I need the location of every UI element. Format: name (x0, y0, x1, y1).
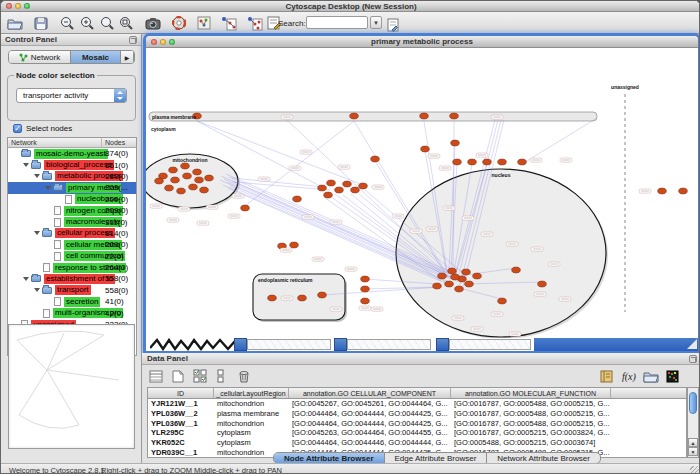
table-cell[interactable]: mitochondrion (214, 419, 289, 429)
graph-node[interactable] (433, 283, 442, 289)
attribute-batch-clear-icon[interactable] (212, 367, 231, 385)
graph-node[interactable] (512, 267, 521, 273)
graph-node[interactable] (658, 188, 667, 194)
attribute-new-icon[interactable] (168, 367, 187, 385)
table-cell[interactable]: cytoplasm (214, 438, 289, 448)
expand-arrow-icon[interactable] (34, 231, 40, 235)
tree-item-secretion[interactable]: secretion41(0) (8, 296, 136, 307)
column-header[interactable]: annotation.GO MOLECULAR_FUNCTION (451, 388, 611, 398)
graph-node[interactable] (169, 167, 178, 173)
column-header[interactable]: ID (148, 388, 214, 398)
graph-node[interactable] (293, 196, 302, 202)
graph-node[interactable] (200, 187, 209, 193)
table-cell[interactable]: [GO:0044464, GO:0044446, GO:0044444, G..… (289, 438, 451, 448)
combobox-stepper-icon[interactable] (114, 89, 126, 102)
minimized-window-1-thumb[interactable] (247, 339, 331, 350)
graph-node[interactable] (359, 183, 368, 189)
tab-edge-attribute-browser[interactable]: Edge Attribute Browser (385, 453, 488, 463)
graph-node[interactable] (195, 177, 204, 183)
table-cell[interactable]: YJR121W__1 (148, 399, 214, 409)
table-cell[interactable]: YKR052C (148, 438, 214, 448)
app-resize-grip[interactable] (690, 466, 700, 474)
zoom-out-icon[interactable] (58, 14, 77, 32)
graph-node[interactable] (361, 298, 370, 304)
birdseye-icon[interactable] (194, 14, 213, 32)
graph-node[interactable] (473, 273, 482, 279)
graph-node[interactable] (498, 159, 507, 165)
save-session-icon[interactable] (31, 14, 50, 32)
matrix-icon[interactable] (663, 367, 682, 385)
function-builder-icon[interactable]: f(x) (619, 367, 638, 385)
graph-node[interactable] (483, 159, 492, 165)
network-canvas[interactable]: plasma membranecytoplasmmitochondrionnuc… (146, 48, 698, 338)
table-cell[interactable]: [GO:0016787, GO:0005488, GO:0005215, G..… (451, 409, 611, 419)
graph-node[interactable] (350, 113, 359, 119)
table-cell[interactable]: [GO:0044464, GO:0044444, GO:0044425, G..… (289, 409, 451, 419)
import-attributes-icon[interactable] (641, 367, 660, 385)
scrollbar-thumb[interactable] (689, 392, 697, 414)
table-cell[interactable]: [GO:0016787, GO:0005488, GO:0005215, G..… (451, 419, 611, 429)
graph-node[interactable] (335, 187, 344, 193)
table-cell[interactable]: YDR039C__1 (148, 448, 214, 458)
graph-node[interactable] (298, 295, 307, 301)
graph-node[interactable] (450, 113, 459, 119)
graph-node[interactable] (421, 146, 430, 152)
graph-node[interactable] (324, 192, 333, 198)
graph-node[interactable] (361, 286, 370, 292)
expand-arrow-icon[interactable] (34, 174, 40, 178)
tree-item-cell-communicat[interactable]: cell communicat22(0) (8, 251, 136, 262)
attribute-delete-icon[interactable] (234, 367, 253, 385)
graph-node[interactable] (268, 295, 277, 301)
compartment-plasma-membrane[interactable] (149, 112, 597, 121)
search-option-icon[interactable] (384, 16, 403, 34)
graph-node[interactable] (318, 292, 327, 298)
table-row[interactable]: YKR052Ccytoplasm[GO:0044464, GO:0044446,… (148, 438, 686, 448)
tree-item-primary-metab[interactable]: primary metab209(... (8, 182, 136, 193)
scroll-down-icon[interactable]: ▼ (688, 447, 698, 456)
table-cell[interactable]: YLR295C (148, 428, 214, 438)
select-nodes-checkbox[interactable]: ✓ (13, 124, 22, 133)
graph-node[interactable] (193, 169, 202, 175)
table-row[interactable]: YJR121W__1mitochondrion[GO:0045267, GO:0… (148, 399, 686, 409)
graph-node[interactable] (498, 298, 507, 304)
tab-network-attribute-browser[interactable]: Network Attribute Browser (487, 453, 599, 463)
zoom-selected-icon[interactable] (117, 14, 136, 32)
graph-node[interactable] (318, 185, 327, 191)
zoom-in-icon[interactable] (78, 14, 97, 32)
tree-item-nitrogen-compo[interactable]: nitrogen compo209(0) (8, 205, 136, 216)
tree-item-macromolecule[interactable]: macromolecule311(0) (8, 216, 136, 227)
birdseye-view-panel[interactable] (8, 324, 135, 449)
tree-item-transport[interactable]: transport558(0) (8, 285, 136, 296)
table-cell[interactable]: YPL036W__2 (148, 409, 214, 419)
graph-node[interactable] (183, 173, 192, 179)
graph-node[interactable] (448, 268, 457, 274)
expand-arrow-icon[interactable] (45, 186, 51, 190)
help-icon[interactable] (169, 14, 188, 32)
tree-item-nucleobase-[interactable]: nucleobase-209(0) (8, 194, 136, 205)
graph-node[interactable] (679, 188, 688, 194)
graph-node[interactable] (451, 274, 460, 280)
table-cell[interactable]: plasma membrane (214, 409, 289, 419)
table-cell[interactable]: [GO:0045263, GO:0044464, GO:0044455, G..… (289, 428, 451, 438)
table-cell[interactable]: [GO:0016787, GO:0005488, GO:0005215, G..… (451, 399, 611, 409)
table-cell[interactable]: mitochondrion (214, 399, 289, 409)
tab-mosaic[interactable]: Mosaic (71, 51, 121, 63)
graph-node[interactable] (455, 286, 464, 292)
graph-node[interactable] (453, 159, 462, 165)
minimized-window-art[interactable] (150, 338, 240, 351)
graph-node[interactable] (462, 269, 471, 275)
graph-node[interactable] (241, 205, 250, 211)
graph-node[interactable] (538, 281, 547, 287)
table-scrollbar[interactable]: ▲ ▼ (687, 387, 699, 458)
graph-node[interactable] (177, 188, 186, 194)
graph-node[interactable] (171, 177, 180, 183)
minimized-window-2-thumb[interactable] (347, 339, 431, 350)
graph-node[interactable] (445, 281, 454, 287)
tree-item-establishment-of-lo[interactable]: establishment of lo558(0) (8, 273, 136, 284)
tab-node-attribute-browser[interactable]: Node Attribute Browser (274, 453, 385, 463)
minimized-window-3-titlebar[interactable] (436, 338, 449, 351)
scroll-up-icon[interactable]: ▲ (688, 438, 698, 447)
graph-node[interactable] (420, 113, 429, 119)
table-row[interactable]: YLR295Ccytoplasm[GO:0045263, GO:0044464,… (148, 428, 686, 438)
graph-node[interactable] (327, 180, 336, 186)
